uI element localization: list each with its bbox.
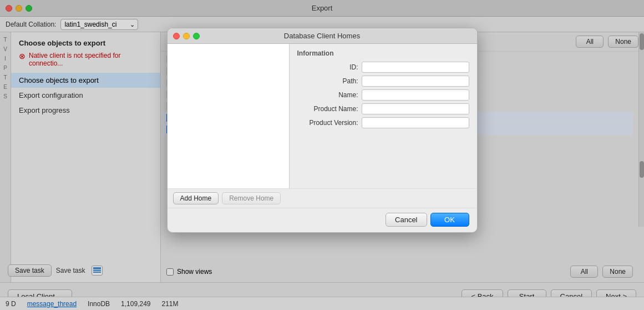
modal-traffic-lights (173, 33, 200, 39)
remove-home-button[interactable]: Remove Home (222, 192, 281, 204)
modal-ok-button[interactable]: OK (430, 213, 469, 227)
modal-footer-buttons: Cancel OK (168, 208, 477, 232)
label-product-name: Product Name: (297, 105, 358, 113)
modal-maximize-button[interactable] (193, 33, 200, 39)
info-field-path: Path: (297, 76, 469, 87)
modal-home-buttons: Add Home Remove Home (168, 188, 477, 208)
info-field-name: Name: (297, 89, 469, 101)
input-name[interactable] (362, 89, 469, 101)
modal-body: Information ID: Path: Name: Product Name… (168, 44, 477, 188)
modal-cancel-button[interactable]: Cancel (386, 213, 427, 227)
label-path: Path: (297, 77, 358, 85)
label-id: ID: (297, 63, 358, 71)
modal-titlebar: Database Client Homes (168, 28, 477, 44)
label-name: Name: (297, 91, 358, 99)
info-section-title: Information (297, 49, 469, 57)
input-path[interactable] (362, 76, 469, 87)
input-product-name[interactable] (362, 103, 469, 114)
modal-minimize-button[interactable] (183, 33, 190, 39)
info-field-id: ID: (297, 62, 469, 73)
input-id[interactable] (362, 62, 469, 73)
input-product-version[interactable] (362, 117, 469, 128)
modal-dialog: Database Client Homes Information ID: Pa… (167, 28, 478, 233)
add-home-button[interactable]: Add Home (173, 192, 219, 204)
info-field-product-name: Product Name: (297, 103, 469, 114)
modal-close-button[interactable] (173, 33, 180, 39)
modal-title: Database Client Homes (284, 32, 360, 40)
modal-info-panel: Information ID: Path: Name: Product Name… (290, 44, 477, 188)
modal-client-list[interactable] (168, 44, 290, 188)
info-field-product-version: Product Version: (297, 117, 469, 128)
modal-overlay: Database Client Homes Information ID: Pa… (0, 0, 644, 310)
label-product-version: Product Version: (297, 119, 358, 127)
